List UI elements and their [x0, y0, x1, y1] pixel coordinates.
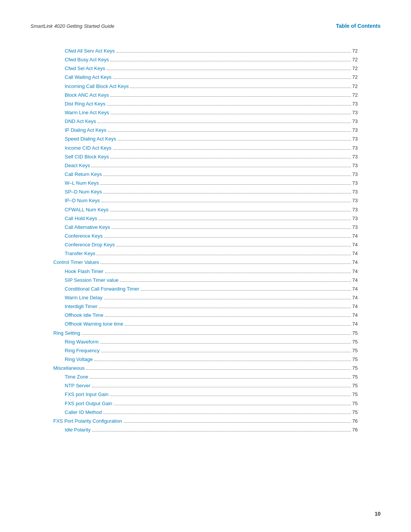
toc-item[interactable]: Transfer Keys74 — [53, 250, 358, 257]
toc-item-label: W–L Num Keys — [65, 179, 99, 187]
toc-page-number: 73 — [352, 197, 358, 204]
page-number: 10 — [374, 511, 381, 517]
toc-item[interactable]: Caller ID Method75 — [53, 409, 358, 416]
toc-item[interactable]: DND Act Keys73 — [53, 118, 358, 125]
toc-dots — [100, 184, 351, 185]
toc-page-number: 75 — [352, 373, 358, 381]
toc-page-number: 74 — [352, 303, 358, 310]
toc-item-label: Income CID Act Keys — [65, 144, 112, 152]
toc-item[interactable]: IP–D Num Keys73 — [53, 197, 358, 204]
toc-item[interactable]: CFWALL Num Keys73 — [53, 206, 358, 214]
toc-item[interactable]: Time Zone75 — [53, 373, 358, 381]
toc-item-label: Dist Ring Act Keys — [65, 100, 105, 108]
toc-dots — [107, 70, 350, 70]
toc-page-number: 75 — [352, 409, 358, 416]
toc-dots — [110, 396, 351, 396]
toc-page-number: 72 — [352, 73, 358, 81]
toc-item[interactable]: Ring Waveform75 — [53, 338, 358, 346]
toc-item[interactable]: FXS port Output Gain75 — [53, 400, 358, 407]
toc-page-number: 75 — [352, 391, 358, 398]
toc-item[interactable]: Warm Line Act Keys73 — [53, 109, 358, 117]
toc-item[interactable]: Conference Drop Keys74 — [53, 241, 358, 249]
toc-item[interactable]: Control Timer Values74 — [53, 259, 358, 266]
toc-item[interactable]: Call Hold Keys73 — [53, 215, 358, 222]
toc-item[interactable]: Cfwd Sel Act Keys72 — [53, 65, 358, 72]
toc-item[interactable]: Interdigit Timer74 — [53, 303, 358, 310]
toc-page-number: 73 — [352, 215, 358, 222]
toc-item[interactable]: Idle Polarity76 — [53, 426, 358, 434]
toc-page-number: 73 — [352, 171, 358, 178]
toc-dots — [91, 167, 350, 167]
toc-dots — [82, 334, 351, 335]
toc-page-number: 73 — [352, 179, 358, 187]
toc-item-label: FXS port Input Gain — [65, 391, 108, 398]
toc-page-number: 74 — [352, 285, 358, 293]
toc-item[interactable]: Cfwd All Serv Act Keys72 — [53, 47, 358, 55]
toc-item[interactable]: Hook Flash Timer74 — [53, 268, 358, 275]
toc-item[interactable]: Call Alternative Keys73 — [53, 224, 358, 231]
toc-item[interactable]: FXS Port Polarity Configuration76 — [53, 417, 358, 425]
toc-item[interactable]: Ring Voltage75 — [53, 356, 358, 363]
toc-page-number: 73 — [352, 135, 358, 143]
toc-page-number: 72 — [352, 47, 358, 55]
toc-dots — [97, 255, 350, 255]
toc-item-label: Self CID Block Keys — [65, 153, 109, 161]
toc-item-label: Speed Dialing Act Keys — [65, 135, 116, 143]
toc-dots — [110, 61, 350, 61]
toc-item[interactable]: Call Return Keys73 — [53, 171, 358, 178]
toc-page-number: 74 — [352, 232, 358, 240]
toc-item[interactable]: Self CID Block Keys73 — [53, 153, 358, 161]
toc-item[interactable]: FXS port Input Gain75 — [53, 391, 358, 398]
toc-item[interactable]: Offhook Warning tone time74 — [53, 320, 358, 328]
toc-dots — [120, 281, 350, 282]
toc-dots — [97, 123, 350, 123]
toc-page-number: 72 — [352, 91, 358, 99]
toc-page-number: 75 — [352, 382, 358, 390]
toc-item[interactable]: Ring Setting75 — [53, 329, 358, 337]
toc-item[interactable]: SIP Session Timer value74 — [53, 276, 358, 284]
toc-item-label: FXS port Output Gain — [65, 400, 112, 407]
toc-page-number: 73 — [352, 224, 358, 231]
toc-item[interactable]: W–L Num Keys73 — [53, 179, 358, 187]
toc-dots — [99, 220, 350, 220]
toc-item[interactable]: Conference Keys74 — [53, 232, 358, 240]
toc-item-label: Warm Line Delay — [65, 294, 102, 302]
toc-item[interactable]: Miscellaneous75 — [53, 364, 358, 372]
toc-item[interactable]: NTP Server75 — [53, 382, 358, 390]
toc-item[interactable]: Cfwd Busy Act Keys72 — [53, 56, 358, 64]
toc-page-number: 72 — [352, 56, 358, 64]
toc-item[interactable]: Call Waiting Act Keys72 — [53, 73, 358, 81]
toc-item[interactable]: Block ANC Act Keys72 — [53, 91, 358, 99]
toc-item[interactable]: Ring Frequency75 — [53, 347, 358, 355]
toc-dots — [86, 369, 350, 370]
toc-page-number: 73 — [352, 144, 358, 152]
toc-item-label: Ring Voltage — [65, 356, 93, 363]
toc-item[interactable]: IP Dialing Act Keys73 — [53, 126, 358, 134]
toc-page-number: 75 — [352, 338, 358, 346]
toc-dots — [100, 264, 350, 264]
header: SmartLink 4020 Getting Started Guide Tab… — [30, 23, 381, 32]
toc-dots — [101, 352, 351, 352]
toc-page-number: 75 — [352, 329, 358, 337]
toc-page-number: 72 — [352, 83, 358, 90]
toc-item[interactable]: Incoming Call Block Act Keys72 — [53, 83, 358, 90]
toc-item[interactable]: Dist Ring Act Keys73 — [53, 100, 358, 108]
toc-content: Cfwd All Serv Act Keys72Cfwd Busy Act Ke… — [30, 47, 381, 434]
toc-dots — [104, 414, 351, 414]
toc-item[interactable]: Offhook Idle Time74 — [53, 312, 358, 319]
toc-item[interactable]: Warm Line Delay74 — [53, 294, 358, 302]
toc-item[interactable]: Speed Dialing Act Keys73 — [53, 135, 358, 143]
toc-dots — [110, 96, 350, 97]
toc-dots — [112, 228, 350, 229]
toc-item[interactable]: Income CID Act Keys73 — [53, 144, 358, 152]
toc-item[interactable]: SP–D Num Keys73 — [53, 188, 358, 196]
toc-page-number: 73 — [352, 162, 358, 169]
toc-item[interactable]: Deact Keys73 — [53, 162, 358, 169]
toc-item[interactable]: Conditional Call Forwarding Timer74 — [53, 285, 358, 293]
toc-page-number: 73 — [352, 118, 358, 125]
toc-item-label: Ring Waveform — [65, 338, 99, 346]
toc-page-number: 75 — [352, 364, 358, 372]
header-document-title: SmartLink 4020 Getting Started Guide — [30, 23, 114, 29]
toc-dots — [100, 343, 350, 343]
toc-page-number: 73 — [352, 109, 358, 117]
